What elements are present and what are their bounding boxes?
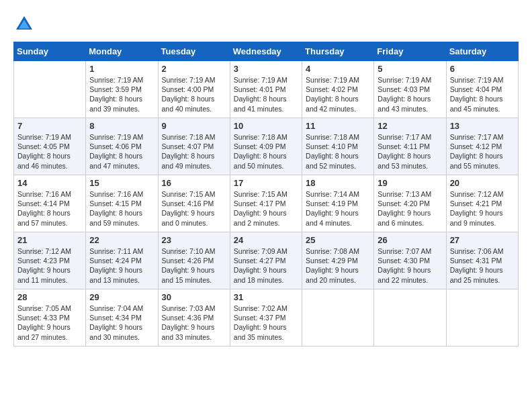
day-number: 20 <box>450 178 515 188</box>
day-header-friday: Friday <box>374 42 446 61</box>
day-number: 27 <box>450 235 515 245</box>
day-number: 31 <box>234 292 298 302</box>
day-number: 11 <box>306 121 370 131</box>
calendar-cell: 24Sunrise: 7:09 AM Sunset: 4:27 PM Dayli… <box>230 232 302 289</box>
cell-info: Sunrise: 7:16 AM Sunset: 4:15 PM Dayligh… <box>89 189 154 228</box>
cell-info: Sunrise: 7:19 AM Sunset: 3:59 PM Dayligh… <box>89 75 154 113</box>
calendar-cell: 10Sunrise: 7:18 AM Sunset: 4:09 PM Dayli… <box>230 118 302 175</box>
cell-info: Sunrise: 7:07 AM Sunset: 4:30 PM Dayligh… <box>378 246 442 285</box>
cell-info: Sunrise: 7:14 AM Sunset: 4:19 PM Dayligh… <box>306 189 370 228</box>
calendar-cell: 15Sunrise: 7:16 AM Sunset: 4:15 PM Dayli… <box>86 175 158 232</box>
cell-info: Sunrise: 7:19 AM Sunset: 4:00 PM Dayligh… <box>162 75 226 113</box>
day-number: 14 <box>17 178 82 188</box>
cell-info: Sunrise: 7:10 AM Sunset: 4:26 PM Dayligh… <box>162 246 226 285</box>
calendar-cell: 17Sunrise: 7:15 AM Sunset: 4:17 PM Dayli… <box>230 175 302 232</box>
calendar-cell: 30Sunrise: 7:03 AM Sunset: 4:36 PM Dayli… <box>158 289 230 347</box>
cell-info: Sunrise: 7:19 AM Sunset: 4:05 PM Dayligh… <box>17 132 82 171</box>
day-number: 18 <box>306 178 370 188</box>
cell-info: Sunrise: 7:16 AM Sunset: 4:14 PM Dayligh… <box>17 189 82 228</box>
day-number: 16 <box>162 178 226 188</box>
cell-info: Sunrise: 7:08 AM Sunset: 4:29 PM Dayligh… <box>306 246 370 285</box>
cell-info: Sunrise: 7:11 AM Sunset: 4:24 PM Dayligh… <box>89 246 154 285</box>
calendar-cell: 22Sunrise: 7:11 AM Sunset: 4:24 PM Dayli… <box>86 232 158 289</box>
cell-info: Sunrise: 7:18 AM Sunset: 4:07 PM Dayligh… <box>162 132 226 171</box>
calendar-cell: 21Sunrise: 7:12 AM Sunset: 4:23 PM Dayli… <box>14 232 86 289</box>
calendar-cell: 13Sunrise: 7:17 AM Sunset: 4:12 PM Dayli… <box>446 118 518 175</box>
day-number: 4 <box>306 64 370 74</box>
day-number: 9 <box>162 121 226 131</box>
calendar-cell: 7Sunrise: 7:19 AM Sunset: 4:05 PM Daylig… <box>14 118 86 175</box>
calendar-cell <box>374 289 446 347</box>
day-number: 22 <box>89 235 154 245</box>
cell-info: Sunrise: 7:03 AM Sunset: 4:36 PM Dayligh… <box>162 304 226 342</box>
cell-info: Sunrise: 7:19 AM Sunset: 4:03 PM Dayligh… <box>378 75 442 113</box>
day-number: 10 <box>234 121 298 131</box>
cell-info: Sunrise: 7:18 AM Sunset: 4:10 PM Dayligh… <box>306 132 370 171</box>
calendar-cell: 6Sunrise: 7:19 AM Sunset: 4:04 PM Daylig… <box>446 61 518 118</box>
day-number: 17 <box>234 178 298 188</box>
calendar-cell: 20Sunrise: 7:12 AM Sunset: 4:21 PM Dayli… <box>446 175 518 232</box>
calendar-cell: 4Sunrise: 7:19 AM Sunset: 4:02 PM Daylig… <box>302 61 374 118</box>
cell-info: Sunrise: 7:12 AM Sunset: 4:23 PM Dayligh… <box>17 246 82 285</box>
calendar-cell: 16Sunrise: 7:15 AM Sunset: 4:16 PM Dayli… <box>158 175 230 232</box>
day-header-wednesday: Wednesday <box>230 42 302 61</box>
calendar-cell: 25Sunrise: 7:08 AM Sunset: 4:29 PM Dayli… <box>302 232 374 289</box>
day-header-tuesday: Tuesday <box>158 42 230 61</box>
cell-info: Sunrise: 7:17 AM Sunset: 4:12 PM Dayligh… <box>450 132 515 171</box>
calendar-cell: 3Sunrise: 7:19 AM Sunset: 4:01 PM Daylig… <box>230 61 302 118</box>
cell-info: Sunrise: 7:19 AM Sunset: 4:02 PM Dayligh… <box>306 75 370 113</box>
cell-info: Sunrise: 7:15 AM Sunset: 4:16 PM Dayligh… <box>162 189 226 228</box>
day-header-sunday: Sunday <box>14 42 86 61</box>
calendar-cell <box>302 289 374 347</box>
day-number: 5 <box>378 64 442 74</box>
day-number: 25 <box>306 235 370 245</box>
calendar-cell: 12Sunrise: 7:17 AM Sunset: 4:11 PM Dayli… <box>374 118 446 175</box>
day-number: 3 <box>234 64 298 74</box>
cell-info: Sunrise: 7:19 AM Sunset: 4:06 PM Dayligh… <box>89 132 154 171</box>
day-number: 1 <box>89 64 154 74</box>
cell-info: Sunrise: 7:02 AM Sunset: 4:37 PM Dayligh… <box>234 304 298 342</box>
calendar-cell: 18Sunrise: 7:14 AM Sunset: 4:19 PM Dayli… <box>302 175 374 232</box>
day-header-thursday: Thursday <box>302 42 374 61</box>
logo-icon <box>13 13 35 35</box>
calendar-cell: 9Sunrise: 7:18 AM Sunset: 4:07 PM Daylig… <box>158 118 230 175</box>
cell-info: Sunrise: 7:17 AM Sunset: 4:11 PM Dayligh… <box>378 132 442 171</box>
calendar-week-3: 14Sunrise: 7:16 AM Sunset: 4:14 PM Dayli… <box>14 175 519 232</box>
logo <box>13 13 38 35</box>
calendar-cell <box>446 289 518 347</box>
cell-info: Sunrise: 7:04 AM Sunset: 4:34 PM Dayligh… <box>89 304 154 342</box>
cell-info: Sunrise: 7:15 AM Sunset: 4:17 PM Dayligh… <box>234 189 298 228</box>
calendar-cell: 31Sunrise: 7:02 AM Sunset: 4:37 PM Dayli… <box>230 289 302 347</box>
day-number: 24 <box>234 235 298 245</box>
calendar-cell: 11Sunrise: 7:18 AM Sunset: 4:10 PM Dayli… <box>302 118 374 175</box>
cell-info: Sunrise: 7:06 AM Sunset: 4:31 PM Dayligh… <box>450 246 515 285</box>
day-number: 26 <box>378 235 442 245</box>
cell-info: Sunrise: 7:12 AM Sunset: 4:21 PM Dayligh… <box>450 189 515 228</box>
calendar-cell: 2Sunrise: 7:19 AM Sunset: 4:00 PM Daylig… <box>158 61 230 118</box>
day-number: 12 <box>378 121 442 131</box>
header-row: SundayMondayTuesdayWednesdayThursdayFrid… <box>14 42 519 61</box>
day-number: 30 <box>162 292 226 302</box>
day-header-monday: Monday <box>86 42 158 61</box>
cell-info: Sunrise: 7:18 AM Sunset: 4:09 PM Dayligh… <box>234 132 298 171</box>
day-number: 6 <box>450 64 515 74</box>
calendar-week-1: 1Sunrise: 7:19 AM Sunset: 3:59 PM Daylig… <box>14 61 519 118</box>
cell-info: Sunrise: 7:09 AM Sunset: 4:27 PM Dayligh… <box>234 246 298 285</box>
calendar-cell: 8Sunrise: 7:19 AM Sunset: 4:06 PM Daylig… <box>86 118 158 175</box>
calendar-cell: 28Sunrise: 7:05 AM Sunset: 4:33 PM Dayli… <box>14 289 86 347</box>
cell-info: Sunrise: 7:19 AM Sunset: 4:01 PM Dayligh… <box>234 75 298 113</box>
cell-info: Sunrise: 7:13 AM Sunset: 4:20 PM Dayligh… <box>378 189 442 228</box>
calendar-week-5: 28Sunrise: 7:05 AM Sunset: 4:33 PM Dayli… <box>14 289 519 347</box>
calendar-cell: 1Sunrise: 7:19 AM Sunset: 3:59 PM Daylig… <box>86 61 158 118</box>
day-number: 29 <box>89 292 154 302</box>
day-number: 8 <box>89 121 154 131</box>
calendar-cell: 23Sunrise: 7:10 AM Sunset: 4:26 PM Dayli… <box>158 232 230 289</box>
calendar-cell: 14Sunrise: 7:16 AM Sunset: 4:14 PM Dayli… <box>14 175 86 232</box>
day-number: 23 <box>162 235 226 245</box>
day-number: 7 <box>17 121 82 131</box>
day-number: 28 <box>17 292 82 302</box>
page-header <box>13 13 519 35</box>
day-number: 2 <box>162 64 226 74</box>
calendar-cell: 27Sunrise: 7:06 AM Sunset: 4:31 PM Dayli… <box>446 232 518 289</box>
calendar-week-2: 7Sunrise: 7:19 AM Sunset: 4:05 PM Daylig… <box>14 118 519 175</box>
